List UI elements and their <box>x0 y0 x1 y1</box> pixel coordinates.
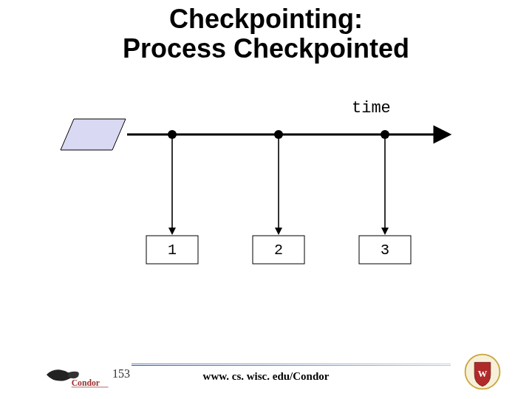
process-block <box>61 119 126 150</box>
condor-logo: Condor <box>44 364 109 390</box>
checkpoint-1: 1 <box>146 130 198 264</box>
checkpoint-label-2: 2 <box>274 242 283 259</box>
uw-madison-crest: W <box>463 352 502 392</box>
timeline-diagram: 1 2 3 <box>59 118 458 273</box>
checkpoint-2: 2 <box>253 130 304 264</box>
svg-marker-3 <box>168 228 176 235</box>
footer-divider <box>132 364 451 366</box>
checkpoint-label-1: 1 <box>168 242 177 259</box>
svg-marker-1 <box>434 127 449 142</box>
checkpoint-label-3: 3 <box>381 242 389 259</box>
svg-text:W: W <box>478 369 488 379</box>
title-line-2: Process Checkpointed <box>123 33 409 64</box>
svg-marker-9 <box>381 228 389 235</box>
svg-marker-6 <box>275 228 282 235</box>
svg-text:Condor: Condor <box>72 378 100 388</box>
axis-label-time: time <box>352 99 391 117</box>
slide-title: Checkpointing: Process Checkpointed <box>0 4 532 64</box>
checkpoint-3: 3 <box>359 130 411 264</box>
title-line-1: Checkpointing: <box>169 4 363 34</box>
